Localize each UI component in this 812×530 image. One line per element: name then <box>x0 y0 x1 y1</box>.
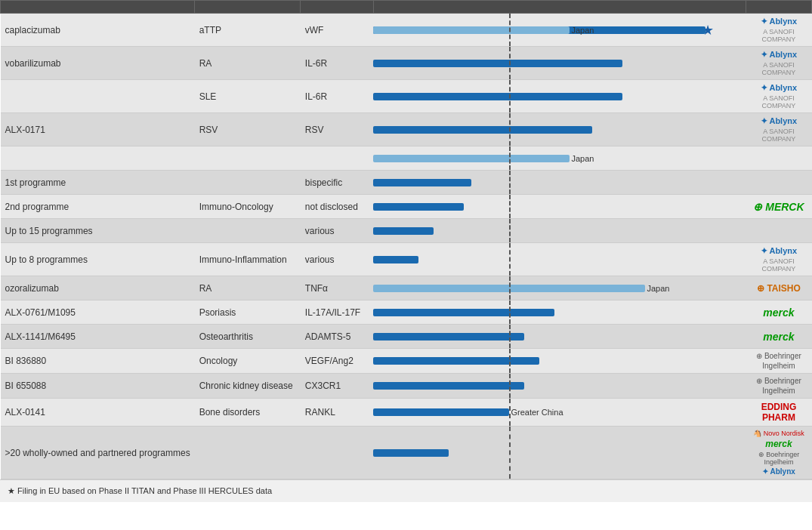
cell-logo: ⊕ BoehringerIngelheim <box>746 349 811 374</box>
header-bars <box>373 1 746 14</box>
cell-indication: Osteoarthritis <box>195 325 301 349</box>
cell-indication: Psoriasis <box>195 300 301 325</box>
cell-logo: ⊕ BoehringerIngelheim <box>746 374 811 399</box>
table-row: ozoralizumabRATNFαJapan⊕ TAISHO <box>1 276 812 300</box>
cell-logo: ⊕ TAISHO <box>746 276 811 300</box>
table-row: ALX-0761/M1095PsoriasisIL-17A/IL-17Fmerc… <box>1 300 812 325</box>
phase-divider-line <box>509 427 511 479</box>
cell-logo: ✦ AblynxA SANOFI COMPANY <box>746 80 811 113</box>
cell-bars <box>373 349 746 374</box>
cell-indication: RSV <box>195 113 301 146</box>
table-row: vobarilizumabRAIL-6R✦ AblynxA SANOFI COM… <box>1 47 812 80</box>
cell-product: ALX-0141 <box>1 399 195 427</box>
cell-logo: ✦ AblynxA SANOFI COMPANY <box>746 14 811 47</box>
dark-bar <box>373 256 418 263</box>
footer-note: ★ Filing in EU based on Phase II TITAN a… <box>0 479 812 502</box>
cell-indication: RA <box>195 276 301 300</box>
header-logo <box>746 1 811 14</box>
cell-indication <box>195 427 301 479</box>
cell-bars <box>373 171 746 195</box>
cell-target: vWF <box>301 14 374 47</box>
cell-target: CX3CR1 <box>301 374 374 399</box>
light-bar <box>373 285 645 292</box>
header-target <box>301 1 374 14</box>
dark-bar <box>373 357 539 365</box>
cell-indication: aTTP <box>195 14 301 47</box>
cell-logo <box>746 146 811 171</box>
table-row: BI 836880OncologyVEGF/Ang2⊕ BoehringerIn… <box>1 349 812 374</box>
dark-bar <box>373 60 622 67</box>
header-product <box>1 1 195 14</box>
cell-product: 2nd programme <box>1 195 195 219</box>
bar-label: Greater China <box>511 408 563 417</box>
cell-product <box>1 80 195 113</box>
cell-bars <box>373 300 746 325</box>
cell-logo: 🐴 Novo Nordisk merck ⊕ Boehringer Ingelh… <box>746 427 811 479</box>
cell-target: bispecific <box>301 171 374 195</box>
table-row: BI 655088Chronic kidney diseaseCX3CR1⊕ B… <box>1 374 812 399</box>
cell-target: ADAMTS-5 <box>301 325 374 349</box>
cell-product: ALX-0171 <box>1 113 195 146</box>
dark-bar <box>373 203 464 211</box>
dark-bar <box>373 309 554 316</box>
cell-bars <box>373 47 746 80</box>
cell-target: RANKL <box>301 399 374 427</box>
cell-product: 1st programme <box>1 171 195 195</box>
cell-target: TNFα <box>301 276 374 300</box>
cell-product: BI 836880 <box>1 349 195 374</box>
table-row: ALX-0171RSVRSV✦ AblynxA SANOFI COMPANY <box>1 113 812 146</box>
cell-logo: ✦ AblynxA SANOFI COMPANY <box>746 113 811 146</box>
cell-indication: Immuno-Inflammation <box>195 243 301 276</box>
cell-logo <box>746 219 811 243</box>
dark-bar <box>373 449 449 457</box>
cell-target <box>301 427 374 479</box>
dark-bar <box>373 333 524 340</box>
cell-bars: Greater China <box>373 399 746 427</box>
dark-bar <box>373 179 471 186</box>
cell-bars <box>373 219 746 243</box>
cell-bars: ★Japan <box>373 14 746 47</box>
cell-indication: Chronic kidney disease <box>195 374 301 399</box>
table-row: ALX-1141/M6495OsteoarthritisADAMTS-5merc… <box>1 325 812 349</box>
light-bar <box>373 26 570 34</box>
cell-product: ozoralizumab <box>1 276 195 300</box>
cell-product: Up to 8 programmes <box>1 243 195 276</box>
cell-bars <box>373 374 746 399</box>
cell-logo: ✦ AblynxA SANOFI COMPANY <box>746 243 811 276</box>
cell-product: caplacizumab <box>1 14 195 47</box>
table-row: Up to 15 programmesvarious <box>1 219 812 243</box>
cell-indication <box>195 146 301 171</box>
light-bar <box>373 155 570 162</box>
cell-target: IL-6R <box>301 47 374 80</box>
cell-product: ALX-1141/M6495 <box>1 325 195 349</box>
cell-target: various <box>301 219 374 243</box>
cell-product <box>1 146 195 171</box>
cell-product: ALX-0761/M1095 <box>1 300 195 325</box>
cell-logo: ⊕ MERCK <box>746 195 811 219</box>
cell-target <box>301 146 374 171</box>
cell-logo: EDDING PHARM <box>746 399 811 427</box>
cell-bars <box>373 243 746 276</box>
table-row: 1st programmebispecific <box>1 171 812 195</box>
cell-logo: merck <box>746 300 811 325</box>
cell-indication: Oncology <box>195 349 301 374</box>
table-body: caplacizumabaTTPvWF★Japan✦ AblynxA SANOF… <box>1 14 812 479</box>
table-row: 2nd programmeImmuno-Oncologynot disclose… <box>1 195 812 219</box>
cell-indication: Bone disorders <box>195 399 301 427</box>
bar-label: Japan <box>647 284 669 293</box>
cell-product: >20 wholly-owned and partnered programme… <box>1 427 195 479</box>
table-row: caplacizumabaTTPvWF★Japan✦ AblynxA SANOF… <box>1 14 812 47</box>
cell-logo: merck <box>746 325 811 349</box>
cell-product: Up to 15 programmes <box>1 219 195 243</box>
dark-bar <box>373 227 434 235</box>
cell-product: BI 655088 <box>1 374 195 399</box>
dark-bar <box>373 408 509 416</box>
cell-indication: RA <box>195 47 301 80</box>
bar-label: Japan <box>571 154 594 163</box>
bar-label: Japan <box>571 26 594 35</box>
cell-target: not disclosed <box>301 195 374 219</box>
cell-logo: ✦ AblynxA SANOFI COMPANY <box>746 47 811 80</box>
table-row: Japan <box>1 146 812 171</box>
table-row: ALX-0141Bone disordersRANKLGreater China… <box>1 399 812 427</box>
table-row: Up to 8 programmesImmuno-Inflammationvar… <box>1 243 812 276</box>
